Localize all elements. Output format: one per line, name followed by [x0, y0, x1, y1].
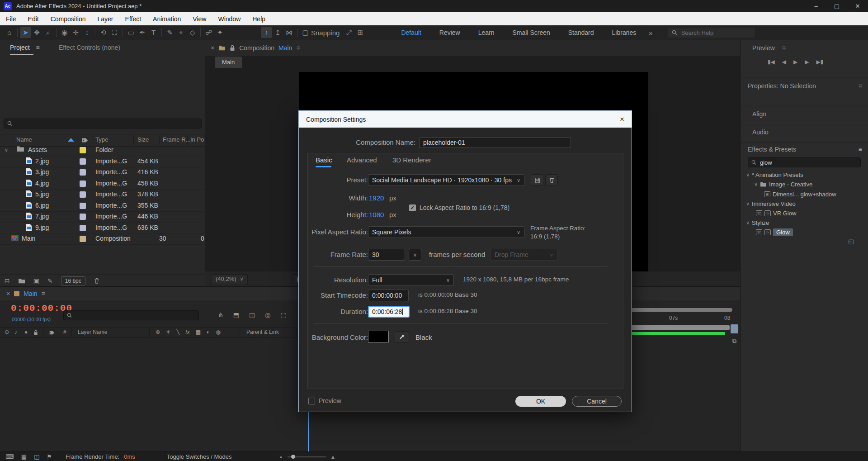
color-depth-button[interactable]: 16 bpc	[61, 276, 85, 285]
close-tab-icon[interactable]: ×	[6, 290, 10, 297]
chevron-down-icon[interactable]: ∨	[746, 220, 750, 226]
maximize-button[interactable]: ▢	[826, 0, 847, 12]
frame-rate-input[interactable]	[368, 249, 405, 261]
tree-animation-presets[interactable]: ∨ * Animation Presets	[746, 170, 803, 180]
orbit-camera-tool-icon[interactable]: ◉	[59, 27, 70, 38]
walk-icon[interactable]: ⚑	[47, 453, 52, 460]
chevron-down-icon[interactable]: ∨	[754, 181, 758, 187]
zoom-tool-icon[interactable]: ⌕	[42, 27, 54, 38]
preview-checkbox[interactable]	[308, 398, 315, 404]
first-frame-icon[interactable]: ▮◀	[768, 59, 775, 65]
tree-image-creative[interactable]: ∨ Image - Creative	[754, 180, 812, 189]
panel-menu-icon[interactable]: ≡	[782, 44, 786, 52]
next-frame-icon[interactable]: ▶	[805, 59, 809, 65]
delete-preset-icon[interactable]	[545, 174, 558, 186]
layer-name-column[interactable]: Layer Name	[78, 329, 107, 335]
project-row-footage[interactable]: 6.jpg Importe...G 355 KB	[0, 200, 205, 212]
chevron-down-icon[interactable]: ∨	[5, 147, 8, 153]
zoom-out-mountain-icon[interactable]: ▲	[279, 455, 283, 459]
roto-brush-tool-icon[interactable]: ☍	[203, 27, 214, 38]
zoom-slider-handle[interactable]	[291, 455, 295, 459]
col-type[interactable]: Type	[95, 136, 108, 143]
workspace-libraries[interactable]: Libraries	[603, 29, 646, 36]
hand-tool-icon[interactable]: ✥	[31, 27, 42, 38]
lock-icon[interactable]	[33, 330, 38, 335]
motion-blur-icon[interactable]: ⬚	[280, 311, 286, 318]
save-preset-icon[interactable]	[531, 174, 543, 186]
label-swatch[interactable]	[80, 225, 86, 231]
help-search[interactable]	[668, 28, 755, 38]
zoom-slider[interactable]	[288, 456, 326, 457]
tree-stylize[interactable]: ∨ Stylize	[746, 218, 769, 228]
audio-icon[interactable]: ♪	[14, 329, 17, 335]
new-composition-icon[interactable]: ▣	[33, 277, 39, 285]
label-color-icon[interactable]	[49, 330, 55, 336]
workspace-overflow-icon[interactable]: »	[645, 29, 656, 37]
viewer-comp-name[interactable]: Main	[278, 44, 292, 52]
ok-button[interactable]: OK	[515, 396, 566, 407]
project-row-footage[interactable]: 7.jpg Importe...G 446 KB	[0, 211, 205, 223]
toggle-switches-modes-button[interactable]: Toggle Switches / Modes	[167, 453, 232, 460]
panel-menu-icon[interactable]: ≡	[36, 44, 39, 51]
frame-rate-dropdown-button[interactable]: ∨	[409, 249, 421, 261]
zoom-in-mountain-icon[interactable]: ▲	[330, 454, 336, 460]
transparency-grid-icon[interactable]: ▦	[21, 453, 27, 460]
draft-3d-icon[interactable]: ⬒	[233, 311, 239, 318]
background-color-swatch[interactable]	[368, 331, 389, 342]
collapse-icon[interactable]: ✳	[166, 329, 170, 335]
duration-input-focused[interactable]: 0:00:06:28	[368, 306, 410, 318]
dolly-camera-tool-icon[interactable]: ↕	[81, 27, 93, 38]
label-swatch[interactable]	[80, 169, 86, 176]
trash-icon[interactable]	[94, 277, 100, 284]
close-tab-icon[interactable]: ×	[211, 44, 214, 52]
new-panel-icon[interactable]: ◱	[848, 238, 854, 245]
composition-mini-flowchart-icon[interactable]: ⋔	[218, 311, 223, 318]
frame-blending-icon[interactable]: ◎	[265, 311, 270, 318]
pixel-aspect-ratio-dropdown[interactable]: Square Pixels ∨	[368, 226, 524, 238]
motion-blur-icon[interactable]: ◐	[207, 329, 210, 335]
workspace-review[interactable]: Review	[430, 29, 469, 36]
index-column[interactable]: #	[63, 329, 66, 335]
snapshot-icon[interactable]: ◫	[34, 453, 39, 460]
anchor-tool-icon[interactable]: ↥	[272, 27, 283, 38]
label-swatch[interactable]	[80, 203, 86, 209]
parent-link-column[interactable]: Parent & Link	[246, 329, 279, 335]
effects-search[interactable]	[748, 157, 861, 167]
preset-dropdown[interactable]: Social Media Landscape HD · 1920x1080 · …	[368, 174, 524, 186]
tree-immersive-video[interactable]: ∨ Immersive Video	[746, 199, 796, 209]
dialog-close-icon[interactable]: ×	[620, 115, 624, 124]
panel-menu-icon[interactable]: ≡	[859, 146, 862, 153]
workspace-standard[interactable]: Standard	[559, 29, 603, 36]
tab-effect-controls[interactable]: Effect Controls (none)	[59, 44, 120, 51]
effects-presets-panel-header[interactable]: Effects & Presets ≡	[748, 146, 862, 153]
align-up-tool-icon[interactable]: ↑	[261, 27, 272, 38]
tab-3d-renderer[interactable]: 3D Renderer	[392, 156, 431, 164]
label-swatch[interactable]	[80, 191, 86, 198]
tab-project[interactable]: Project ≡	[10, 44, 40, 55]
col-frame-rate[interactable]: Frame R...	[163, 136, 190, 143]
composition-name-input[interactable]	[419, 137, 571, 148]
home-tool-icon[interactable]: ⌂	[4, 27, 15, 38]
project-row-composition[interactable]: Main Composition 30 0	[0, 233, 205, 245]
video-eye-icon[interactable]: ⊙	[5, 329, 9, 335]
pen-tool-icon[interactable]: ✒	[137, 27, 148, 38]
project-row-footage[interactable]: 4.jpg Importe...G 458 KB	[0, 178, 205, 190]
quality-icon[interactable]: ╲	[176, 329, 179, 335]
project-row-footage[interactable]: 9.jpg Importe...G 636 KB	[0, 223, 205, 234]
sort-ascending-icon[interactable]	[68, 138, 74, 142]
menu-layer[interactable]: Layer	[92, 15, 119, 23]
mosaic-icon[interactable]: ▦	[196, 329, 201, 335]
play-icon[interactable]: ▶	[793, 59, 797, 65]
previous-frame-icon[interactable]: ◀	[782, 59, 786, 65]
project-row-assets[interactable]: ∨ Assets Folder	[0, 145, 205, 156]
workspace-small-screen[interactable]: Small Screen	[503, 29, 559, 36]
label-swatch[interactable]	[80, 181, 86, 187]
shy-icon[interactable]: ⊚	[156, 329, 160, 335]
label-swatch[interactable]	[80, 214, 86, 220]
new-folder-icon[interactable]	[18, 278, 25, 284]
3d-layer-icon[interactable]: ◍	[216, 329, 220, 335]
tree-effect-glow-selected[interactable]: 32 fx Glow	[756, 228, 793, 237]
viewer-panel-title[interactable]: Composition	[239, 44, 274, 52]
panel-menu-icon[interactable]: ≡	[859, 82, 862, 90]
adjust-settings-icon[interactable]: ✎	[47, 277, 53, 285]
